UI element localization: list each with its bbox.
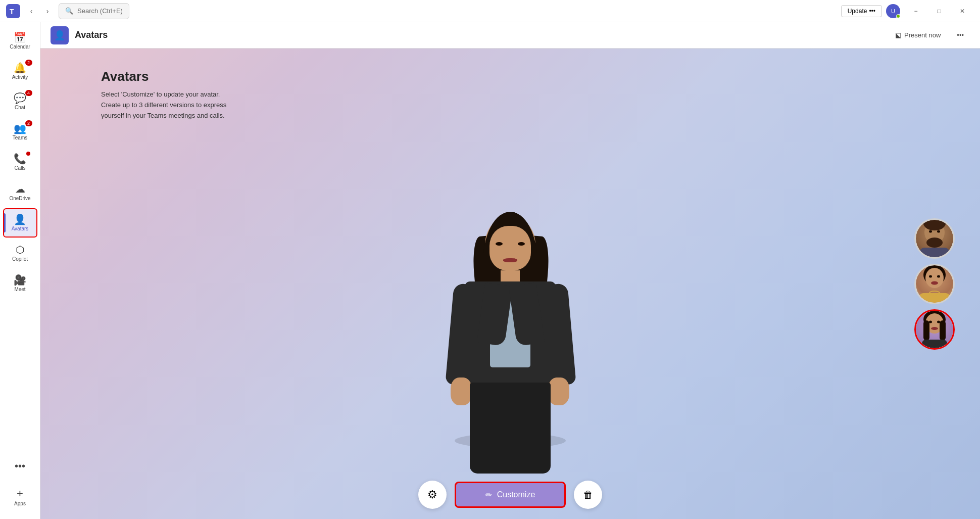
svg-rect-17: [923, 320, 929, 341]
avatar-face: [489, 226, 531, 270]
close-button[interactable]: ✕: [951, 3, 974, 19]
copilot-icon: ⬡: [16, 245, 24, 255]
avatar-hand-right: [548, 378, 569, 405]
pencil-icon: ✏: [485, 490, 492, 500]
activity-icon: 🔔: [14, 63, 26, 73]
search-placeholder: Search (Ctrl+E): [77, 7, 123, 15]
sidebar-label-apps: Apps: [14, 501, 26, 506]
sidebar-label-calendar: Calendar: [10, 44, 30, 50]
svg-point-12: [931, 281, 938, 285]
bottom-bar: ⚙ ✏ Customize 🗑: [40, 481, 980, 509]
user-avatar[interactable]: U: [886, 4, 900, 18]
avatars-title: Avatars: [101, 69, 226, 84]
svg-point-5: [929, 230, 932, 232]
sidebar-item-onedrive[interactable]: ☁ OneDrive: [3, 178, 37, 207]
activity-badge: 2: [25, 60, 32, 66]
avatars-description-line1: Select 'Customize' to update your avatar…: [101, 89, 226, 100]
sidebar-item-calendar[interactable]: 📅 Calendar: [3, 26, 37, 56]
sidebar: 📅 Calendar 🔔 Activity 2 💬 Chat 4 👥 Teams…: [0, 22, 40, 519]
calendar-icon: 📅: [14, 32, 26, 42]
sidebar-item-meet[interactable]: 🎥 Meet: [3, 269, 37, 298]
side-avatar-2[interactable]: [914, 264, 955, 304]
svg-point-6: [937, 230, 940, 232]
svg-rect-13: [919, 293, 950, 303]
sidebar-item-copilot[interactable]: ⬡ Copilot: [3, 239, 37, 268]
nav-arrows: ‹ ›: [24, 4, 55, 18]
header-icon: 👤: [51, 26, 69, 44]
svg-text:T: T: [10, 8, 14, 16]
sidebar-item-avatars[interactable]: 👤 Avatars: [3, 208, 37, 238]
svg-rect-18: [940, 320, 946, 341]
sidebar-label-avatars: Avatars: [12, 226, 29, 231]
main-content: 👤 Avatars ⬕ Present now ••• Avatars Sele…: [40, 22, 980, 519]
sidebar-item-chat[interactable]: 💬 Chat 4: [3, 87, 37, 116]
teams-logo-icon: T: [6, 4, 20, 18]
svg-point-10: [929, 275, 932, 277]
chat-badge: 4: [25, 90, 32, 96]
teams-icon: 👥: [14, 123, 26, 133]
avatar-lower-body: [470, 383, 551, 474]
apps-icon: +: [17, 488, 23, 499]
active-indicator: [4, 213, 6, 232]
calls-badge-dot: [26, 152, 30, 156]
avatar-hand-left: [451, 378, 472, 405]
sidebar-label-chat: Chat: [15, 105, 25, 110]
side-avatar-1-image: [916, 220, 953, 257]
title-bar-right: Update ••• U − □ ✕: [841, 3, 974, 19]
customize-label: Customize: [497, 490, 535, 499]
avatar-info: Avatars Select 'Customize' to update you…: [101, 69, 226, 121]
sidebar-label-copilot: Copilot: [12, 256, 28, 262]
svg-point-19: [929, 320, 932, 323]
search-bar[interactable]: 🔍 Search (Ctrl+E): [59, 3, 129, 19]
title-bar-left: T ‹ › 🔍 Search (Ctrl+E): [6, 3, 129, 19]
update-dots-icon: •••: [869, 8, 875, 15]
teams-badge: 2: [25, 120, 32, 126]
avatars-icon: 👤: [14, 214, 26, 224]
avatars-description-line3: yourself in your Teams meetings and call…: [101, 111, 226, 121]
settings-button[interactable]: ⚙: [418, 481, 447, 509]
side-avatar-1[interactable]: [914, 218, 955, 259]
header-bar: 👤 Avatars ⬕ Present now •••: [40, 22, 980, 49]
sidebar-item-apps[interactable]: + Apps: [3, 483, 37, 512]
back-button[interactable]: ‹: [24, 4, 38, 18]
window-controls: − □ ✕: [904, 3, 974, 19]
forward-button[interactable]: ›: [40, 4, 55, 18]
side-avatar-panel: [914, 218, 955, 350]
maximize-button[interactable]: □: [927, 3, 951, 19]
sidebar-item-calls[interactable]: 📞 Calls: [3, 148, 37, 177]
calls-icon: 📞: [14, 154, 26, 164]
delete-button[interactable]: 🗑: [574, 481, 602, 509]
svg-point-20: [937, 320, 940, 323]
sidebar-item-activity[interactable]: 🔔 Activity 2: [3, 57, 37, 86]
sidebar-item-more[interactable]: •••: [3, 451, 37, 481]
meet-icon: 🎥: [14, 275, 26, 285]
present-now-button[interactable]: ⬕ Present now: [889, 28, 947, 42]
app-body: 📅 Calendar 🔔 Activity 2 💬 Chat 4 👥 Teams…: [0, 22, 980, 519]
sidebar-label-onedrive: OneDrive: [9, 196, 30, 201]
svg-rect-22: [922, 340, 947, 348]
header-more-button[interactable]: •••: [951, 28, 970, 42]
sidebar-label-meet: Meet: [14, 287, 25, 292]
settings-icon: ⚙: [427, 488, 437, 501]
side-avatar-3-image: [916, 311, 953, 348]
svg-point-9: [925, 268, 944, 288]
sidebar-item-teams[interactable]: 👥 Teams 2: [3, 117, 37, 147]
sidebar-label-calls: Calls: [14, 165, 25, 171]
side-avatar-3[interactable]: [914, 309, 955, 350]
delete-icon: 🗑: [583, 489, 593, 501]
sidebar-bottom: ••• + Apps: [3, 451, 37, 519]
more-icon: •••: [15, 461, 25, 471]
update-button[interactable]: Update •••: [841, 5, 882, 17]
svg-rect-7: [919, 248, 950, 257]
avatar-body: [439, 216, 581, 479]
sidebar-label-teams: Teams: [13, 135, 27, 140]
present-icon: ⬕: [895, 31, 901, 39]
side-avatar-2-image: [916, 265, 953, 303]
svg-point-11: [937, 275, 940, 277]
sidebar-label-activity: Activity: [12, 74, 28, 80]
title-bar: T ‹ › 🔍 Search (Ctrl+E) Update ••• U − □…: [0, 0, 980, 22]
svg-point-21: [931, 327, 938, 330]
customize-button[interactable]: ✏ Customize: [455, 482, 566, 508]
page-title: Avatars: [75, 30, 108, 40]
minimize-button[interactable]: −: [904, 3, 927, 19]
